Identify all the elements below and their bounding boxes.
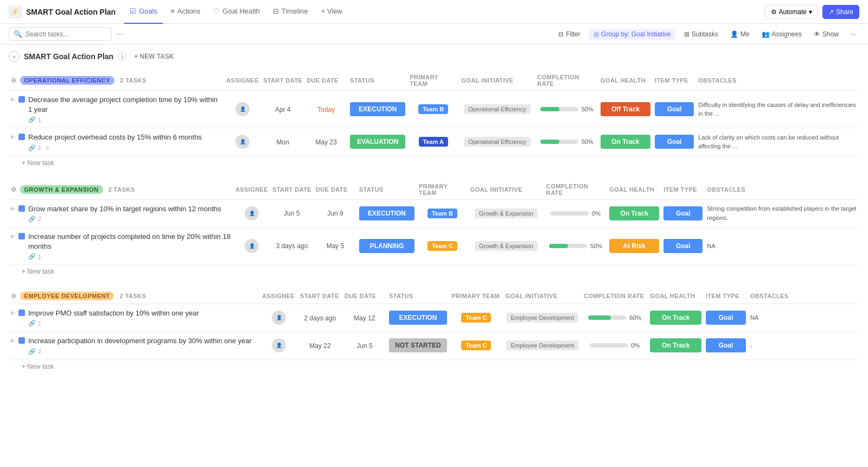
assignees-button[interactable]: 👥 Assignees: [758, 29, 805, 40]
table-row: ▶Increase number of projects completed o…: [9, 227, 859, 264]
filter-button[interactable]: ⊟ Filter: [555, 29, 584, 40]
subtasks-icon: ⊞: [684, 30, 690, 38]
goals-icon: ☑: [130, 7, 136, 15]
status-badge: PLANNING: [359, 239, 414, 253]
task-name: Grow market share by 10% in target regio…: [28, 204, 221, 214]
start-date: May 22: [309, 342, 330, 350]
tab-goal-health[interactable]: ♡ Goal Health: [208, 0, 265, 24]
tab-goals[interactable]: ☑ Goals: [124, 0, 163, 24]
column-header: GOAL HEALTH: [609, 186, 654, 193]
column-header: GOAL INITIATIVE: [470, 186, 522, 193]
group-badge: Growth & Expansion: [20, 185, 103, 194]
task-name: Increase participation in development pr…: [28, 336, 252, 346]
tab-actions[interactable]: ≡ Actions: [165, 0, 206, 24]
column-header: START DATE: [263, 77, 302, 84]
subtask-icon: 🔗: [28, 253, 36, 260]
assignees-icon: 👥: [762, 30, 770, 38]
item-type-badge: Goal: [655, 135, 694, 149]
task-count: 2 TASKS: [120, 77, 146, 84]
subtask-icon: 🔗: [28, 144, 36, 152]
progress-bar: [540, 140, 578, 144]
expand-arrow-icon[interactable]: ▶: [11, 204, 15, 211]
task-checkbox[interactable]: [18, 134, 25, 140]
search-input[interactable]: [25, 30, 107, 38]
share-icon: ↗: [828, 8, 834, 16]
avatar[interactable]: 👤: [245, 239, 259, 253]
column-header: ITEM TYPE: [663, 186, 697, 193]
task-checkbox[interactable]: [18, 337, 25, 344]
task-name: Reduce project overhead costs by 15% wit…: [28, 132, 202, 142]
add-task-button[interactable]: + New task: [22, 363, 54, 370]
group-collapse-button[interactable]: ⊖: [11, 186, 17, 193]
me-button[interactable]: 👤 Me: [727, 29, 753, 40]
initiative-badge: Operational Efficiency: [464, 137, 531, 147]
expand-arrow-icon[interactable]: ▶: [11, 308, 15, 315]
column-header: ITEM TYPE: [706, 293, 739, 299]
task-checkbox[interactable]: [18, 310, 25, 316]
column-header: GOAL HEALTH: [601, 77, 646, 84]
initiative-badge: Growth & Expansion: [475, 241, 538, 251]
subtask-icon: 🔗: [28, 216, 36, 223]
me-icon: 👤: [730, 30, 738, 38]
initiative-badge: Employee Development: [506, 340, 578, 350]
task-checkbox[interactable]: [18, 233, 25, 239]
item-type-badge: Goal: [706, 338, 746, 352]
toolbar: 🔍 ··· ⊟ Filter ◎ Group by: Goal Initiati…: [0, 24, 868, 45]
info-icon[interactable]: i: [118, 52, 126, 61]
group-by-button[interactable]: ◎ Group by: Goal Initiative: [589, 29, 675, 40]
avatar[interactable]: 👤: [272, 338, 286, 352]
share-button[interactable]: ↗ Share: [822, 5, 859, 19]
task-meta: 🔗1: [28, 253, 231, 260]
task-meta: 🔗2: [28, 348, 252, 355]
subtasks-button[interactable]: ⊞ Subtasks: [681, 29, 722, 40]
column-header: PRIMARY TEAM: [410, 74, 438, 87]
actions-icon: ≡: [170, 7, 175, 15]
group-collapse-button[interactable]: ⊖: [11, 292, 17, 300]
automate-button[interactable]: ⚙ Automate ▾: [765, 5, 818, 19]
task-meta: 🔗1≡: [28, 144, 202, 152]
start-date: Mon: [277, 138, 289, 146]
task-name: Improve PMO staff satisfaction by 10% wi…: [28, 308, 199, 318]
avatar[interactable]: 👤: [272, 311, 286, 325]
column-header: OBSTACLES: [707, 186, 745, 193]
new-task-button[interactable]: + NEW TASK: [131, 52, 177, 61]
start-date: Jun 5: [284, 210, 299, 217]
expand-arrow-icon[interactable]: ▶: [11, 336, 15, 343]
expand-arrow-icon[interactable]: ▶: [11, 132, 15, 140]
table-row: ▶Grow market share by 10% in target regi…: [9, 199, 859, 227]
progress-bar-wrap: 50%: [537, 138, 596, 145]
expand-arrow-icon[interactable]: ▶: [11, 95, 15, 102]
column-header: COMPLETION RATE: [546, 183, 588, 196]
progress-label: 50%: [582, 138, 593, 145]
avatar[interactable]: 👤: [235, 135, 250, 149]
task-checkbox[interactable]: [18, 205, 25, 212]
main-content: ○ SMART Goal Action Plan i + NEW TASK ⊖O…: [0, 45, 868, 390]
task-name: Increase number of projects completed on…: [28, 232, 231, 251]
avatar[interactable]: 👤: [245, 206, 259, 220]
overflow-button[interactable]: ···: [847, 29, 859, 40]
obstacle-text: NA: [707, 243, 715, 249]
show-button[interactable]: 👁 Show: [810, 29, 842, 40]
team-badge: Team B: [418, 104, 448, 114]
tab-timeline[interactable]: ⊟ Timeline: [267, 0, 314, 24]
add-task-button[interactable]: + New task: [22, 268, 54, 275]
progress-label: 0%: [592, 210, 601, 217]
collapse-page-button[interactable]: ○: [9, 51, 20, 62]
add-task-button[interactable]: + New task: [22, 159, 54, 167]
group-employee-development: ⊖Employee Development2 TASKSASSIGNEESTAR…: [9, 288, 859, 372]
more-options-icon[interactable]: ···: [116, 29, 123, 39]
groups-container: ⊖Operational Efficiency2 TASKSASSIGNEEST…: [9, 71, 859, 373]
task-meta: 🔗1: [28, 320, 199, 327]
avatar[interactable]: 👤: [235, 102, 250, 116]
search-wrap[interactable]: 🔍: [9, 27, 112, 41]
search-icon: 🔍: [14, 30, 22, 38]
table-row: ▶Increase participation in development p…: [9, 332, 859, 359]
chevron-down-icon: ▾: [809, 8, 812, 16]
progress-bar: [549, 244, 587, 248]
column-header: ASSIGNEE: [226, 77, 259, 84]
task-checkbox[interactable]: [18, 96, 25, 103]
group-collapse-button[interactable]: ⊖: [11, 77, 17, 84]
tab-view[interactable]: + View: [316, 0, 348, 24]
expand-arrow-icon[interactable]: ▶: [11, 232, 15, 239]
task-meta: 🔗2: [28, 216, 221, 223]
